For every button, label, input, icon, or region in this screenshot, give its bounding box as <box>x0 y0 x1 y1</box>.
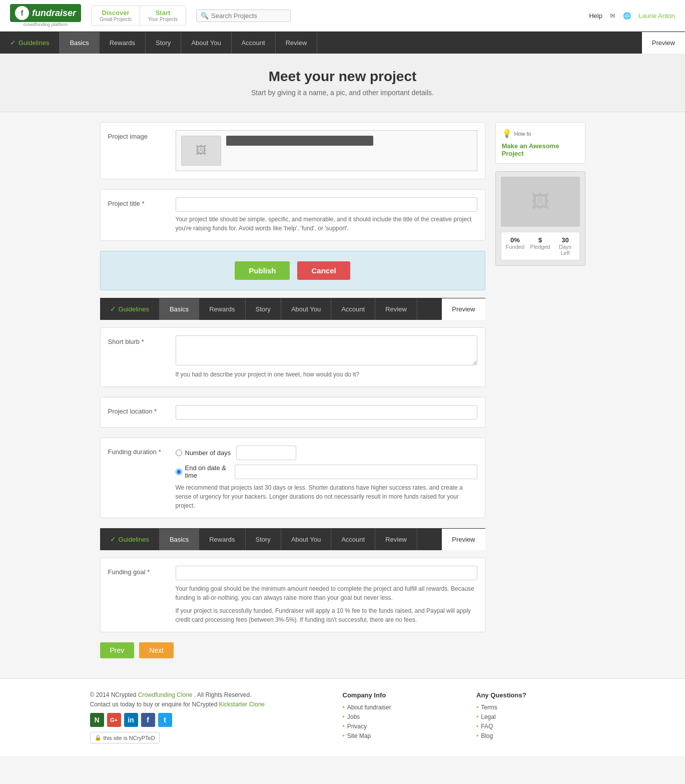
stat-pledged-val: $ <box>530 236 550 244</box>
next-button[interactable]: Next <box>139 642 174 658</box>
blog-link[interactable]: Blog <box>481 732 493 739</box>
tab3-rewards[interactable]: Rewards <box>199 529 245 550</box>
funding-goal-row: Funding goal * Your funding goal should … <box>100 558 485 632</box>
stat-days: 30 Days Left <box>555 236 575 256</box>
end-date-radio[interactable] <box>176 469 182 475</box>
tab-nav-top: ✓ Guidelines Basics Rewards Story About … <box>0 32 685 54</box>
tab2-story[interactable]: Story <box>246 298 281 320</box>
nav-discover[interactable]: Discover Great Projects <box>92 6 140 25</box>
tab3-preview[interactable]: Preview <box>442 529 485 550</box>
duration-hint: We recommend that projects last 30 days … <box>176 483 477 510</box>
num-days-input[interactable] <box>236 446 296 460</box>
project-location-label: Project location * <box>108 405 168 420</box>
tab3-story[interactable]: Story <box>246 529 281 550</box>
tab2-review[interactable]: Review <box>375 298 417 320</box>
start-link[interactable]: Start <box>156 9 171 17</box>
project-location-input[interactable] <box>176 405 477 420</box>
tab-preview[interactable]: Preview <box>642 32 685 54</box>
tab-basics[interactable]: Basics <box>60 32 99 54</box>
funding-goal-input[interactable] <box>176 566 477 580</box>
image-upload-area[interactable]: 🖼 <box>176 130 477 171</box>
facebook-social-icon[interactable]: f <box>141 713 155 727</box>
tab3-story-label: Story <box>256 536 271 543</box>
tab-aboutyou[interactable]: About You <box>181 32 231 54</box>
sitemap-link[interactable]: Site Map <box>347 732 371 739</box>
rights-text: . All Rights Reserved. <box>194 691 252 698</box>
tab3-aboutyou[interactable]: About You <box>281 529 331 550</box>
funding-goal-hint2: If your project is successfully funded, … <box>176 606 477 624</box>
tab-account-label: Account <box>242 39 265 47</box>
howto-link[interactable]: Make an Awesome Project <box>502 142 559 157</box>
prev-button[interactable]: Prev <box>100 642 135 658</box>
crowdfunding-link[interactable]: Crowdfunding Clone <box>138 691 193 698</box>
discover-link[interactable]: Discover <box>102 9 130 17</box>
project-image-label: Project image <box>108 130 168 171</box>
project-title-input[interactable] <box>176 197 477 212</box>
tab3-basics[interactable]: Basics <box>160 529 199 550</box>
num-days-option: Number of days <box>176 446 477 460</box>
discover-sub: Great Projects <box>100 17 132 22</box>
publish-modal: Publish Cancel <box>100 251 485 290</box>
short-blurb-row: Short blurb * If you had to describe you… <box>100 327 485 387</box>
tab2-preview[interactable]: Preview <box>442 298 485 320</box>
mail-icon[interactable]: ✉ <box>610 12 615 20</box>
lightbulb-icon: 💡 <box>502 129 512 138</box>
funding-goal-field: Your funding goal should be the minimum … <box>176 566 477 624</box>
tab2-basics[interactable]: Basics <box>160 298 199 320</box>
tab-review-label: Review <box>286 39 307 47</box>
tab3-guidelines-label: Guidelines <box>119 536 149 543</box>
tab2-review-label: Review <box>385 305 407 313</box>
tab-account[interactable]: Account <box>232 32 276 54</box>
about-link[interactable]: About fundraiser <box>347 704 391 711</box>
kickstarter-link[interactable]: Kickstarter Clone <box>219 701 265 708</box>
preview-image-icon: 🖼 <box>531 191 549 212</box>
num-days-radio[interactable] <box>176 450 182 456</box>
faq-link[interactable]: FAQ <box>481 723 493 730</box>
twitter-social-icon[interactable]: t <box>158 713 172 727</box>
cancel-button[interactable]: Cancel <box>297 261 350 280</box>
tab3-rewards-label: Rewards <box>209 536 235 543</box>
googleplus-social-icon[interactable]: G+ <box>107 713 121 727</box>
tab3-review[interactable]: Review <box>375 529 417 550</box>
help-link[interactable]: Help <box>589 12 602 20</box>
tab2-basics-label: Basics <box>170 305 189 313</box>
lock-icon: 🔒 <box>95 734 102 741</box>
nav-start[interactable]: Start Your Projects <box>140 6 186 25</box>
linkedin-social-icon[interactable]: in <box>124 713 138 727</box>
check-icon3: ✓ <box>110 535 116 543</box>
tab2-rewards[interactable]: Rewards <box>199 298 245 320</box>
howto-label: How to <box>514 131 531 137</box>
list-item: Privacy <box>343 723 462 730</box>
search-input[interactable] <box>211 12 286 20</box>
tab-review[interactable]: Review <box>276 32 318 54</box>
list-item: Jobs <box>343 713 462 720</box>
tab2-aboutyou[interactable]: About You <box>281 298 331 320</box>
user-name[interactable]: Laurie Anton <box>638 12 675 20</box>
jobs-link[interactable]: Jobs <box>347 713 360 720</box>
end-date-input[interactable] <box>235 465 477 479</box>
globe-icon[interactable]: 🌐 <box>623 12 631 20</box>
publish-button[interactable]: Publish <box>235 261 290 280</box>
ncrypted-badge: 🔒 this site is NCryPTeD <box>90 732 160 743</box>
terms-link[interactable]: Terms <box>481 704 497 711</box>
list-item: FAQ <box>476 723 595 730</box>
tab-story[interactable]: Story <box>146 32 181 54</box>
legal-link[interactable]: Legal <box>481 713 495 720</box>
tab-rewards[interactable]: Rewards <box>100 32 146 54</box>
footer-copyright: © 2014 NCrypted Crowdfunding Clone . All… <box>90 691 328 698</box>
form-section: Project image 🖼 Project title * Your pro… <box>100 122 485 658</box>
n-social-icon[interactable]: N <box>90 713 104 727</box>
tab3-account[interactable]: Account <box>331 529 375 550</box>
project-location-row: Project location * <box>100 397 485 428</box>
tab-guidelines[interactable]: ✓ Guidelines <box>0 32 60 54</box>
tab3-guidelines[interactable]: ✓ Guidelines <box>100 528 160 550</box>
tab2-guidelines[interactable]: ✓ Guidelines <box>100 298 160 320</box>
project-image-field: 🖼 <box>176 130 477 171</box>
short-blurb-hint: If you had to describe your project in o… <box>176 370 477 379</box>
search-box: 🔍 <box>196 10 291 22</box>
tab2-account[interactable]: Account <box>331 298 375 320</box>
privacy-link[interactable]: Privacy <box>347 723 367 730</box>
tab2-account-label: Account <box>341 305 365 313</box>
short-blurb-input[interactable] <box>176 335 477 365</box>
footer-left: © 2014 NCrypted Crowdfunding Clone . All… <box>90 691 328 743</box>
